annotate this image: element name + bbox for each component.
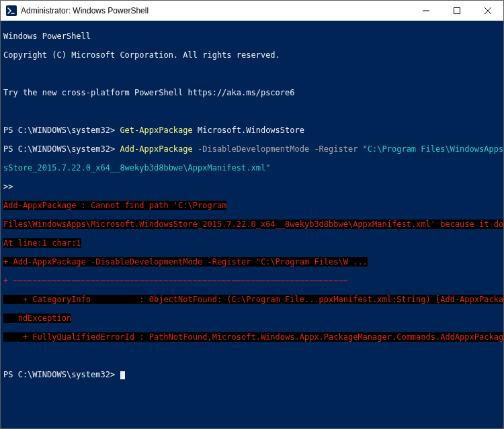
cmd-arg: Microsoft.WindowsStore bbox=[198, 126, 304, 135]
close-button[interactable] bbox=[472, 1, 503, 21]
error-line: + CategoryInfo : ObjectNotFound: (C:\Pro… bbox=[3, 295, 501, 304]
command-line: PS C:\WINDOWS\system32> Get-AppxPackage … bbox=[3, 126, 501, 135]
error-line: + FullyQualifiedErrorId : PathNotFound,M… bbox=[3, 332, 501, 342]
maximize-button[interactable] bbox=[442, 1, 472, 21]
powershell-icon bbox=[6, 5, 17, 16]
banner-line: Copyright (C) Microsoft Corporation. All… bbox=[3, 50, 501, 60]
command-line: PS C:\WINDOWS\system32> Add-AppxPackage … bbox=[3, 144, 501, 154]
blank-line bbox=[3, 351, 501, 361]
banner-line: Windows PowerShell bbox=[3, 32, 501, 41]
window-title: Administrator: Windows PowerShell bbox=[21, 6, 149, 15]
continuation-prompt: >> bbox=[3, 182, 501, 191]
cmd-flag: -DisableDevelopmentMode bbox=[198, 144, 314, 154]
prompt-line: PS C:\WINDOWS\system32> bbox=[3, 370, 501, 379]
prompt: PS C:\WINDOWS\system32> bbox=[3, 370, 115, 379]
error-line: + Add-AppxPackage -DisableDevelopmentMod… bbox=[3, 257, 501, 267]
cmdlet: Get-AppxPackage bbox=[120, 126, 198, 135]
terminal-area[interactable]: Windows PowerShell Copyright (C) Microso… bbox=[1, 21, 503, 428]
error-text: + FullyQualifiedErrorId : PathNotFound,M… bbox=[3, 332, 503, 342]
blank-line bbox=[3, 107, 501, 116]
error-text: + CategoryInfo : ObjectNotFound: (C:\Pro… bbox=[3, 295, 503, 304]
prompt: PS C:\WINDOWS\system32> bbox=[3, 126, 120, 135]
error-text: Add-AppxPackage : Cannot find path 'C:\P… bbox=[3, 201, 226, 210]
error-text: + Add-AppxPackage -DisableDevelopmentMod… bbox=[3, 257, 368, 267]
cursor bbox=[120, 371, 125, 379]
svg-rect-3 bbox=[454, 7, 460, 13]
cmd-flag: -Register bbox=[314, 144, 362, 154]
command-line-wrap: sStore_2015.7.22.0_x64__8wekyb3d8bbwe\Ap… bbox=[3, 163, 501, 173]
cmd-path: sStore_2015.7.22.0_x64__8wekyb3d8bbwe\Ap… bbox=[3, 163, 270, 173]
blank-line bbox=[3, 69, 501, 79]
error-text: At line:1 char:1 bbox=[3, 238, 81, 248]
error-line: ndException bbox=[3, 314, 501, 323]
titlebar[interactable]: Administrator: Windows PowerShell bbox=[1, 1, 503, 21]
cmdlet: Add-AppxPackage bbox=[120, 144, 198, 154]
error-line: Files\WindowsApps\Microsoft.WindowsStore… bbox=[3, 220, 501, 229]
prompt: PS C:\WINDOWS\system32> bbox=[3, 144, 120, 154]
error-line: Add-AppxPackage : Cannot find path 'C:\P… bbox=[3, 201, 501, 210]
cmd-path: "C:\Program Files\WindowsApps\Microsoft.… bbox=[363, 144, 503, 154]
banner-line: Try the new cross-platform PowerShell ht… bbox=[3, 88, 501, 97]
error-text: ndException bbox=[3, 314, 71, 323]
error-text: Files\WindowsApps\Microsoft.WindowsStore… bbox=[3, 220, 503, 229]
error-line: + ~~~~~~~~~~~~~~~~~~~~~~~~~~~~~~~~~~~~~~… bbox=[3, 276, 501, 285]
svg-rect-0 bbox=[6, 5, 17, 16]
error-text: + ~~~~~~~~~~~~~~~~~~~~~~~~~~~~~~~~~~~~~~… bbox=[3, 276, 348, 285]
error-line: At line:1 char:1 bbox=[3, 238, 501, 248]
powershell-window: Administrator: Windows PowerShell Window… bbox=[0, 0, 504, 429]
minimize-button[interactable] bbox=[411, 1, 442, 21]
